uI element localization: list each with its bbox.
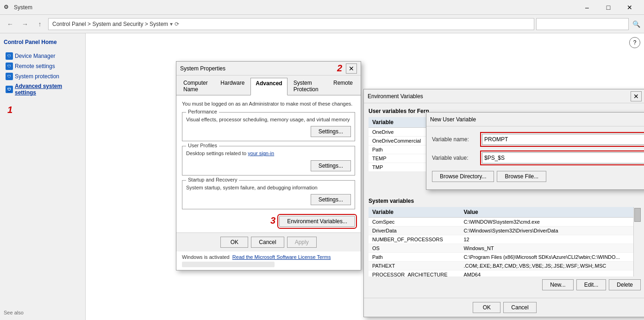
- sys-var-path-value: C:\Program Files (x86)\Microsoft SDKs\Az…: [460, 253, 641, 262]
- title-bar: ⚙ System – □ ✕: [0, 0, 644, 15]
- sys-var-row-num-processors[interactable]: NUMBER_OF_PROCESSORS 12: [369, 235, 641, 244]
- browse-directory-button[interactable]: Browse Directory...: [432, 171, 494, 182]
- sidebar-label-system-protection: System protection: [15, 73, 59, 80]
- sys-var-path-name: Path: [369, 253, 460, 262]
- system-props-footer: OK Cancel Apply: [176, 232, 361, 251]
- sidebar-item-device-manager[interactable]: 🛡 Device Manager: [4, 51, 81, 61]
- new-var-browse-buttons: Browse Directory... Browse File... OK Ca…: [426, 167, 644, 186]
- sys-var-row-pathext[interactable]: PATHEXT .COM;.EXE;.BAT;.CMD;.VBS;.VBE;.J…: [369, 262, 641, 270]
- system-properties-dialog: System Properties 2 ✕ Computer Name Hard…: [176, 61, 361, 270]
- user-profiles-section: User Profiles Desktop settings related t…: [182, 146, 355, 175]
- license-link[interactable]: Read the Microsoft Software License Term…: [232, 254, 331, 260]
- tab-hardware[interactable]: Hardware: [215, 77, 250, 95]
- forward-button[interactable]: →: [19, 18, 31, 31]
- sidebar-section-home: Control Panel Home: [4, 37, 81, 47]
- sys-vars-scrollbar[interactable]: [633, 207, 641, 276]
- sys-vars-col-variable: Variable: [369, 207, 460, 218]
- sys-var-num-processors-name: NUMBER_OF_PROCESSORS: [369, 235, 460, 244]
- system-props-apply-button[interactable]: Apply: [287, 237, 317, 248]
- sys-var-proc-arch-value: AMD64: [460, 270, 641, 277]
- env-ok-button[interactable]: OK: [473, 302, 500, 313]
- user-profiles-desc: Desktop settings related to your sign-in: [186, 150, 351, 157]
- sys-var-row-driverdata[interactable]: DriverData C:\Windows\System32\Drivers\D…: [369, 226, 641, 235]
- sys-var-row-comspec[interactable]: ComSpec C:\WINDOWS\system32\cmd.exe: [369, 218, 641, 226]
- startup-recovery-section: Startup and Recovery System startup, sys…: [182, 180, 355, 209]
- sys-vars-buttons: New... Edit... Delete: [369, 276, 641, 293]
- new-var-title-bar: New User Variable 5 ✕: [426, 113, 644, 126]
- maximize-button[interactable]: □: [598, 0, 619, 15]
- tab-computer-name[interactable]: Computer Name: [178, 77, 214, 95]
- var-name-input[interactable]: [482, 134, 644, 145]
- content-area: Control Panel Home 🛡 Device Manager 🛡 Re…: [0, 33, 644, 320]
- tab-remote[interactable]: Remote: [328, 77, 358, 95]
- minimize-button[interactable]: –: [576, 0, 598, 15]
- env-cancel-button[interactable]: Cancel: [503, 302, 536, 313]
- user-profiles-settings-button[interactable]: Settings...: [311, 160, 351, 171]
- sidebar: Control Panel Home 🛡 Device Manager 🛡 Re…: [0, 33, 86, 320]
- sys-var-comspec-name: ComSpec: [369, 218, 460, 226]
- sys-vars-table: Variable Value ComSpec C:\WINDOWS\system…: [369, 207, 641, 276]
- sys-var-pathext-value: .COM;.EXE;.BAT;.CMD;.VBS;.VBE;.JS;.JSE;.…: [460, 262, 641, 270]
- tab-advanced[interactable]: Advanced: [250, 78, 287, 95]
- sys-var-os-name: OS: [369, 244, 460, 253]
- env-dialog-close-button[interactable]: ✕: [631, 91, 642, 101]
- sys-var-pathext-name: PATHEXT: [369, 262, 460, 270]
- startup-recovery-settings-button[interactable]: Settings...: [311, 194, 351, 205]
- sidebar-item-advanced-settings[interactable]: 🛡 Advanced system settings: [4, 82, 81, 97]
- sys-var-driverdata-name: DriverData: [369, 226, 460, 235]
- system-props-close-button[interactable]: ✕: [346, 63, 357, 74]
- startup-recovery-label: Startup and Recovery: [186, 177, 239, 182]
- main-window: ⚙ System – □ ✕ ← → ↑ Control Panel > Sys…: [0, 0, 644, 320]
- system-props-title: System Properties: [180, 65, 337, 72]
- env-dialog-title-bar: Environment Variables ✕: [364, 89, 644, 103]
- sys-var-row-path[interactable]: Path C:\Program Files (x86)\Microsoft SD…: [369, 253, 641, 262]
- system-props-cancel-button[interactable]: Cancel: [251, 237, 284, 248]
- annotation-3: 3: [270, 215, 275, 226]
- back-button[interactable]: ←: [4, 18, 17, 31]
- help-button[interactable]: ?: [629, 37, 640, 48]
- search-input[interactable]: [536, 18, 629, 30]
- up-button[interactable]: ↑: [33, 18, 46, 31]
- sidebar-label-device-manager: Device Manager: [15, 53, 55, 59]
- sys-vars-new-button[interactable]: New...: [542, 279, 573, 290]
- sidebar-item-system-protection[interactable]: 🛡 System protection: [4, 71, 81, 82]
- system-props-title-bar: System Properties 2 ✕: [176, 62, 361, 75]
- sidebar-item-remote-settings[interactable]: 🛡 Remote settings: [4, 61, 81, 71]
- environment-variables-button[interactable]: Environment Variables...: [279, 216, 355, 227]
- address-path: Control Panel > System and Security > Sy…: [52, 21, 168, 27]
- performance-section: Performance Visual effects, processor sc…: [182, 112, 355, 141]
- sys-var-row-proc-arch[interactable]: PROCESSOR_ARCHITECTURE AMD64: [369, 270, 641, 277]
- performance-settings-button[interactable]: Settings...: [311, 126, 351, 137]
- close-button[interactable]: ✕: [619, 0, 640, 15]
- var-value-input[interactable]: [482, 152, 644, 163]
- sidebar-label-remote-settings: Remote settings: [15, 63, 55, 69]
- sidebar-home[interactable]: Control Panel Home: [4, 37, 81, 47]
- performance-label: Performance: [186, 109, 219, 114]
- browse-file-button[interactable]: Browse File...: [497, 171, 546, 182]
- sys-vars-edit-button[interactable]: Edit...: [576, 279, 606, 290]
- sign-in-link[interactable]: your sign-in: [248, 151, 274, 156]
- sys-vars-col-value: Value: [460, 207, 641, 218]
- performance-desc: Visual effects, processor scheduling, me…: [186, 116, 351, 123]
- tab-system-protection[interactable]: System Protection: [288, 77, 327, 95]
- system-props-ok-button[interactable]: OK: [220, 237, 248, 248]
- sys-vars-title: System variables: [369, 198, 641, 204]
- sys-vars-delete-button[interactable]: Delete: [609, 279, 641, 290]
- var-value-label: Variable value:: [432, 155, 478, 161]
- sys-var-row-os[interactable]: OS Windows_NT: [369, 244, 641, 253]
- sys-vars-section: System variables Variable Value: [364, 193, 644, 298]
- address-input[interactable]: Control Panel > System and Security > Sy…: [48, 18, 534, 30]
- new-var-content: Variable name: Variable value: Browse Di…: [426, 126, 644, 189]
- sys-var-num-processors-value: 12: [460, 235, 641, 244]
- admin-note: You must be logged on as an Administrato…: [182, 101, 355, 107]
- address-bar: ← → ↑ Control Panel > System and Securit…: [0, 15, 644, 33]
- tabs-bar: Computer Name Hardware Advanced System P…: [176, 75, 361, 95]
- env-dialog-title: Environment Variables: [368, 93, 631, 100]
- see-also: See also: [4, 310, 24, 315]
- sidebar-label-advanced-settings: Advanced system settings: [15, 83, 80, 96]
- windows-activated: Windows is activated Read the Microsoft …: [176, 251, 361, 270]
- system-protection-icon: 🛡: [6, 73, 13, 80]
- annotation-1: 1: [7, 105, 81, 115]
- device-manager-icon: 🛡: [6, 52, 13, 60]
- startup-recovery-desc: System startup, system failure, and debu…: [186, 184, 351, 191]
